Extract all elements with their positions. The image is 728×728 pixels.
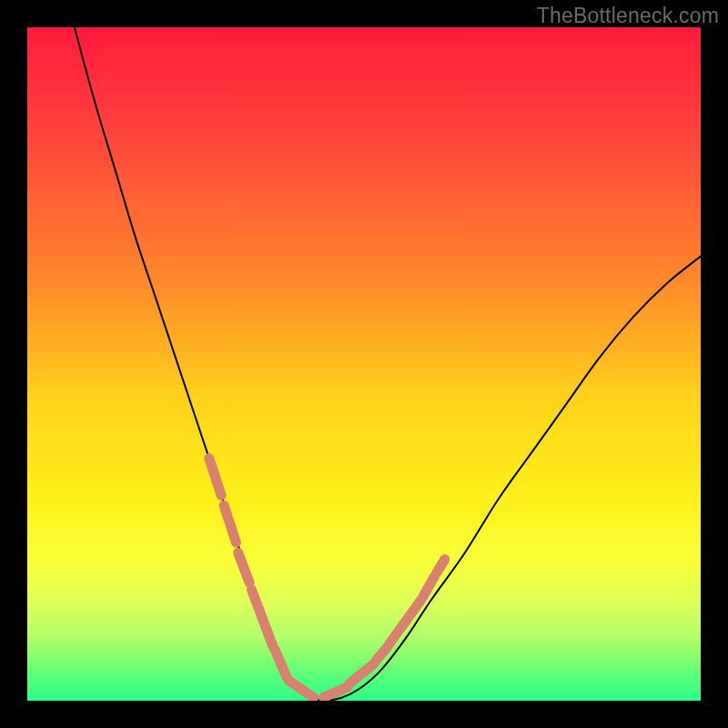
watermark-text: TheBottleneck.com bbox=[537, 4, 719, 28]
chart-frame bbox=[27, 27, 701, 701]
gradient-background bbox=[27, 27, 701, 701]
bottleneck-chart bbox=[27, 27, 701, 701]
highlight-right-segment bbox=[437, 560, 445, 573]
